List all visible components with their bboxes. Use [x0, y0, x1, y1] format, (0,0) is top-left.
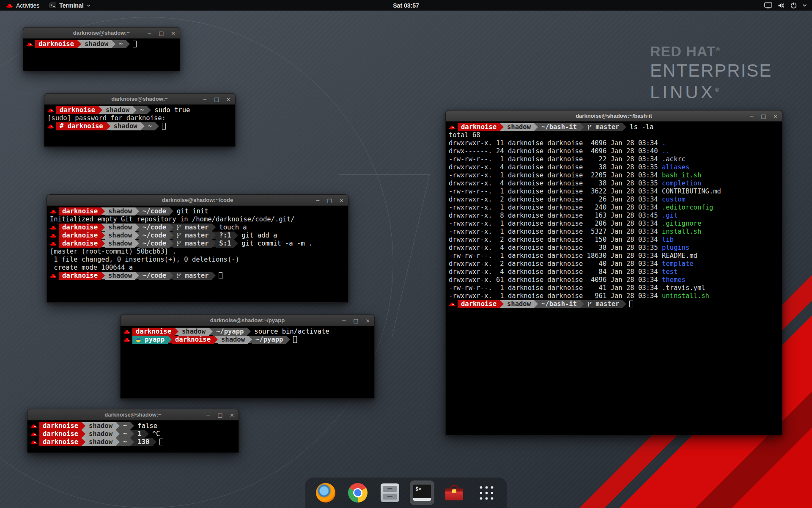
terminal-text: create mode 100644 a — [50, 264, 133, 271]
minimize-button[interactable]: − — [206, 412, 211, 418]
powerline-separator — [147, 106, 151, 114]
terminal-line: [master (root-commit) 50bcb63] . — [50, 248, 345, 256]
terminal-text: .. — [662, 147, 670, 155]
window-titlebar[interactable]: darknoise@shadow:~/bash-it − □ × — [446, 110, 782, 121]
power-icon[interactable] — [790, 2, 797, 8]
powerline-separator — [101, 207, 105, 215]
maximize-button[interactable]: □ — [353, 318, 359, 323]
redhat-logo: RED HAT® ENTERPRISE LINUX® — [650, 41, 772, 102]
terminal-text: drwxrwxr-x. 4 darknoise darknoise 84 Jan… — [449, 268, 662, 276]
terminal-line: drwxrwxr-x. 4 darknoise darknoise 38 Jan… — [449, 179, 779, 188]
terminal-window-4[interactable]: darknoise@shadow:~/pyapp − □ × darknoise… — [120, 315, 375, 399]
powerline-separator — [234, 232, 238, 239]
maximize-button[interactable]: □ — [217, 412, 223, 418]
terminal-window-5[interactable]: darknoise@shadow:~ − □ × darknoiseshadow… — [27, 409, 239, 453]
close-button[interactable]: × — [229, 412, 235, 418]
terminal-text: ^C — [149, 430, 160, 438]
terminal-content[interactable]: darknoiseshadow~sudo true[sudo] password… — [44, 105, 235, 146]
maximize-button[interactable]: □ — [214, 97, 219, 102]
redhat-prompt-icon — [50, 232, 58, 240]
window-titlebar[interactable]: darknoise@shadow:~/pyapp − □ × — [121, 315, 374, 326]
prompt-segment-path: ~ — [145, 122, 155, 130]
minimize-button[interactable]: − — [315, 198, 321, 203]
terminal-icon[interactable]: $> — [411, 482, 433, 503]
window-titlebar[interactable]: darknoise@shadow:~ − □ × — [27, 409, 239, 420]
display-icon[interactable] — [764, 2, 772, 8]
app-grid-icon[interactable] — [476, 482, 497, 503]
terminal-text: drwx------. 24 darknoise darknoise 4096 … — [449, 147, 662, 155]
terminal-content[interactable]: darknoiseshadow~falsedarknoiseshadow~1^C… — [27, 420, 239, 453]
redhat-prompt-icon — [449, 123, 457, 131]
close-button[interactable]: × — [773, 113, 778, 119]
terminal-content[interactable]: darknoiseshadow~/pyappsource bin/activat… — [121, 326, 374, 398]
powerline-separator — [214, 336, 218, 343]
terminal-text: source bin/activate — [251, 328, 329, 335]
close-button[interactable]: × — [339, 198, 344, 203]
prompt-segment-path: ~/code — [139, 240, 170, 248]
chrome-icon[interactable] — [347, 482, 368, 503]
terminal-window-3[interactable]: darknoise@shadow:~/code − □ × darknoises… — [47, 194, 348, 303]
system-status-area[interactable] — [762, 0, 809, 11]
prompt-segment-stat: 130 — [134, 438, 153, 446]
terminal-icon-bar — [413, 498, 431, 501]
terminal-line: -rwxrwxr-x. 1 darknoise darknoise 240 Ja… — [449, 204, 779, 212]
maximize-button[interactable]: □ — [761, 113, 766, 119]
terminal-text: plugins — [662, 244, 689, 251]
prompt-segment-user: darknoise — [59, 272, 101, 280]
prompt-segment-stat: S:1 — [216, 240, 234, 248]
terminal-line: drwxrwxr-x. 11 darknoise darknoise 4096 … — [449, 139, 779, 147]
minimize-button[interactable]: − — [202, 97, 208, 102]
powerline-separator — [112, 40, 115, 48]
terminal-window-bash-it[interactable]: darknoise@shadow:~/bash-it − □ × darknoi… — [445, 110, 782, 435]
redhat-logo-line1: RED HAT® — [650, 41, 772, 59]
prompt-segment-host: shadow — [85, 430, 116, 438]
firefox-icon[interactable] — [315, 482, 336, 503]
drawer-handle — [387, 488, 392, 489]
terminal-line: total 68 — [449, 131, 779, 139]
terminal-line: drwx------. 24 darknoise darknoise 4096 … — [449, 147, 779, 155]
prompt-segment-path: ~ — [120, 438, 130, 446]
terminal-line: -rwxrwxr-x. 1 darknoise darknoise 961 Ja… — [449, 292, 779, 300]
clock[interactable]: Sat 03:57 — [393, 2, 419, 9]
chevron-down-icon[interactable] — [802, 4, 807, 7]
powerline-separator — [212, 272, 216, 279]
activities-label: Activities — [16, 2, 39, 9]
prompt-segment-user: darknoise — [458, 300, 500, 308]
terminal-line: darknoiseshadow~/code masterS:1git commi… — [50, 240, 345, 248]
powerline-separator — [155, 122, 159, 130]
terminal-content[interactable]: darknoiseshadow~/codegit initInitialized… — [47, 206, 348, 302]
powerline-separator — [170, 207, 173, 215]
powerline-separator — [580, 123, 584, 131]
powerline-separator — [212, 240, 216, 247]
close-button[interactable]: × — [365, 318, 370, 323]
terminal-content[interactable]: darknoiseshadow~ — [23, 39, 180, 71]
app-menu-terminal[interactable]: Terminal — [48, 0, 92, 11]
window-titlebar[interactable]: darknoise@shadow:~/code − □ × — [47, 195, 348, 206]
minimize-button[interactable]: − — [147, 30, 152, 36]
minimize-button[interactable]: − — [341, 318, 347, 323]
close-button[interactable]: × — [170, 30, 176, 36]
files-icon[interactable] — [379, 482, 401, 503]
redhat-prompt-icon — [50, 272, 58, 280]
terminal-content[interactable]: darknoiseshadow~/bash-it masterls -latot… — [446, 121, 782, 435]
window-titlebar[interactable]: darknoise@shadow:~ − □ × — [23, 28, 180, 39]
powerline-separator — [534, 300, 538, 308]
window-titlebar[interactable]: darknoise@shadow:~ − □ × — [44, 94, 235, 105]
redhat-prompt-icon — [26, 40, 34, 48]
terminal-text: .gitignore — [662, 220, 701, 227]
minimize-button[interactable]: − — [749, 113, 754, 119]
terminal-window-2[interactable]: darknoise@shadow:~ − □ × darknoiseshadow… — [44, 93, 236, 147]
drawer — [383, 494, 397, 500]
prompt-segment-host: shadow — [110, 122, 141, 130]
redhat-prompt-icon — [47, 122, 55, 130]
terminal-window-1[interactable]: darknoise@shadow:~ − □ × darknoiseshadow… — [23, 27, 180, 71]
maximize-button[interactable]: □ — [327, 198, 332, 203]
volume-icon[interactable] — [778, 3, 785, 8]
maximize-button[interactable]: □ — [159, 30, 164, 36]
redhat-prompt-icon — [30, 430, 38, 438]
activities-button[interactable]: Activities — [4, 0, 41, 11]
close-button[interactable]: × — [226, 97, 231, 102]
prompt-segment-stat: ?:1 — [216, 232, 234, 240]
prompt-segment-user: darknoise — [59, 240, 101, 248]
toolbox-icon[interactable] — [444, 482, 465, 503]
